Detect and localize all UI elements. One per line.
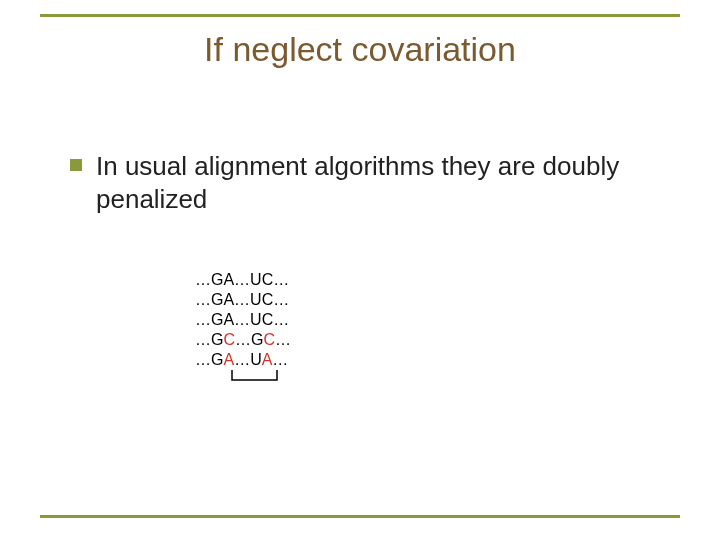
seq-mut: A [262, 351, 273, 368]
sequence-line: …GC…GC… [195, 330, 291, 350]
covariation-bracket-icon [195, 368, 335, 388]
sequence-line: …GA…UC… [195, 270, 291, 290]
slide: If neglect covariation In usual alignmen… [0, 0, 720, 540]
seq-text: …G [195, 331, 223, 348]
sequence-block: …GA…UC… …GA…UC… …GA…UC… …GC…GC… …GA…UA… [195, 270, 291, 370]
seq-text: … [275, 331, 291, 348]
seq-text: …GA…UC… [195, 271, 289, 288]
seq-text: …U [234, 351, 262, 368]
slide-title: If neglect covariation [0, 30, 720, 69]
bullet-item: In usual alignment algorithms they are d… [70, 150, 660, 215]
seq-mut: C [223, 331, 235, 348]
body: In usual alignment algorithms they are d… [70, 150, 660, 215]
bottom-divider [40, 515, 680, 518]
seq-text: …G [235, 331, 263, 348]
sequence-line: …GA…UC… [195, 290, 291, 310]
bullet-square-icon [70, 159, 82, 171]
top-divider [40, 14, 680, 17]
seq-mut: A [223, 351, 234, 368]
sequence-line: …GA…UA… [195, 350, 291, 370]
seq-text: …GA…UC… [195, 311, 289, 328]
seq-text: … [272, 351, 288, 368]
sequence-line: …GA…UC… [195, 310, 291, 330]
seq-mut: C [263, 331, 275, 348]
bullet-text: In usual alignment algorithms they are d… [96, 150, 660, 215]
seq-text: …G [195, 351, 223, 368]
seq-text: …GA…UC… [195, 291, 289, 308]
